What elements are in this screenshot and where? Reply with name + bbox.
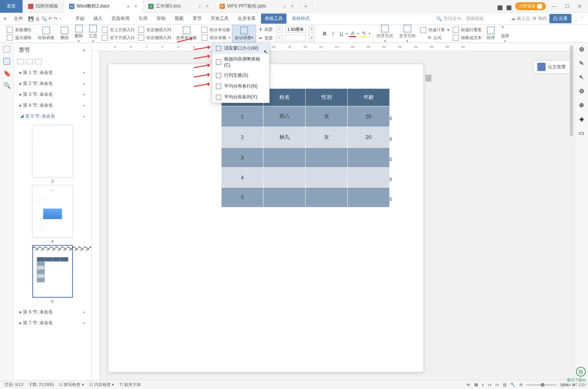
menu-review[interactable]: 审阅 bbox=[153, 14, 169, 24]
underline-button[interactable]: U bbox=[338, 30, 345, 37]
close-icon[interactable]: ✕ bbox=[291, 4, 294, 9]
share-button[interactable]: 凸 分享 bbox=[549, 14, 571, 23]
vertical-ruler[interactable] bbox=[92, 51, 100, 380]
section-item[interactable]: ▸ 第 7 节: 未命名▾ bbox=[14, 318, 91, 328]
content-table[interactable]: 姓名性别年龄 1郑八女202杨九女20345 bbox=[221, 88, 390, 207]
formula-button[interactable]: fx 公式 bbox=[428, 34, 442, 41]
table-cell[interactable]: 2 bbox=[222, 127, 264, 148]
table-cell[interactable] bbox=[264, 168, 306, 188]
close-button[interactable]: ✕ bbox=[575, 2, 584, 11]
collaborate-button[interactable]: ⚙ 协作 bbox=[532, 15, 547, 22]
menu-table-style[interactable]: 表格样式 bbox=[288, 14, 314, 24]
tool-icon-1[interactable]: ⚙ bbox=[579, 46, 584, 53]
table-header[interactable]: 年龄 bbox=[348, 89, 390, 106]
page-thumbnail[interactable]: ··· ······ ······ ······ bbox=[32, 125, 73, 177]
width-minus-button[interactable]: − bbox=[276, 35, 283, 41]
table-header[interactable]: 性别 bbox=[306, 89, 348, 106]
page-thumbnail[interactable]: ">">">">">">">">">">">">">">"> bbox=[32, 245, 73, 298]
view-mode-icon[interactable]: 👁 bbox=[466, 383, 470, 387]
table-cell[interactable] bbox=[348, 148, 390, 168]
tool-icon-4[interactable]: ⚙ bbox=[579, 88, 584, 95]
table-cell[interactable]: 20 bbox=[348, 106, 390, 127]
table-properties-button[interactable]: 表格属性 bbox=[7, 26, 32, 33]
table-cell[interactable]: 1 bbox=[222, 106, 264, 127]
tab-word-doc[interactable]: WWord教程2.docx●✕ bbox=[64, 0, 143, 13]
document-page[interactable]: 姓名性别年龄 1郑八女202杨九女20345 bbox=[108, 64, 424, 372]
zoom-slider[interactable] bbox=[526, 384, 556, 386]
split-table-button[interactable]: 拆分表格▾ bbox=[202, 34, 230, 41]
insert-col-left-button[interactable]: 在左侧插入列 bbox=[138, 26, 171, 33]
delete-button[interactable]: 删除▾ bbox=[72, 25, 86, 43]
sections-icon[interactable] bbox=[3, 58, 10, 65]
qat-redo-icon[interactable]: ↷ bbox=[54, 16, 57, 21]
table-cell[interactable]: 郑八 bbox=[264, 106, 306, 127]
table-cell[interactable]: 20 bbox=[348, 127, 390, 148]
table-row[interactable]: 1郑八女20 bbox=[222, 106, 390, 127]
layout-icon-2[interactable]: ≡ bbox=[482, 383, 484, 387]
layout-icon-5[interactable]: ▥ bbox=[503, 382, 507, 387]
tool-icon-6[interactable]: ◈ bbox=[579, 115, 584, 123]
layout-icon-1[interactable]: ▦ bbox=[474, 382, 478, 387]
qat-preview-icon[interactable]: 🔍 bbox=[41, 16, 47, 21]
sort-button[interactable]: 排序 bbox=[484, 27, 498, 41]
section-item[interactable]: ▸ 第 4 节: 未命名▾ bbox=[14, 100, 91, 111]
maximize-button[interactable]: ☐ bbox=[562, 2, 571, 11]
menu-file[interactable]: 文件 bbox=[10, 14, 27, 24]
dd-distribute-rows[interactable]: 平均分布各行(N) bbox=[212, 81, 269, 92]
summary-button[interactable]: 汇总▾ bbox=[86, 25, 100, 43]
menu-dev-tools[interactable]: 开发工具 bbox=[207, 14, 232, 24]
menu-view[interactable]: 视图 bbox=[171, 14, 187, 24]
table-cell[interactable]: 杨九 bbox=[264, 127, 306, 148]
nav-remove-icon[interactable] bbox=[26, 59, 33, 64]
command-search[interactable]: 🔍查找命令、搜索模板 bbox=[436, 15, 484, 22]
auto-fit-button[interactable]: 自动调整▾ bbox=[232, 25, 256, 42]
highlight-button[interactable]: ✎ bbox=[360, 30, 367, 37]
fast-calc-button[interactable]: 快速计算▾ bbox=[420, 26, 449, 34]
tab-home[interactable]: 首页 bbox=[0, 0, 23, 13]
qat-undo-icon[interactable]: ↶ bbox=[48, 16, 52, 21]
scrollbar-thumb[interactable] bbox=[570, 46, 573, 136]
dd-distribute-cols[interactable]: 平均分布各列(Y) bbox=[212, 92, 269, 103]
table-row[interactable]: 2杨九女20 bbox=[222, 127, 390, 148]
layout-icon-3[interactable]: ▭ bbox=[488, 382, 492, 387]
to-text-button[interactable]: 转换成文本 bbox=[453, 34, 482, 41]
table-cell[interactable] bbox=[348, 188, 390, 207]
bold-button[interactable]: B bbox=[321, 30, 328, 37]
menu-insert[interactable]: 插入 bbox=[90, 14, 106, 24]
select-button[interactable]: ↖选择▾ bbox=[498, 25, 512, 43]
nav-add-icon[interactable] bbox=[17, 59, 24, 64]
grid-icon[interactable]: ▦ bbox=[497, 4, 502, 9]
table-cell[interactable]: 5 bbox=[222, 188, 264, 207]
tool-icon-3[interactable]: ↖ bbox=[579, 74, 584, 81]
repeat-header-button[interactable]: 标题行重复 bbox=[453, 26, 482, 33]
insert-col-right-button[interactable]: 在右侧插入列 bbox=[138, 34, 171, 41]
content-check-button[interactable]: ☑ 内容检查 ▾ bbox=[89, 382, 114, 387]
draw-table-button[interactable]: 绘制表格 bbox=[35, 27, 57, 41]
height-input[interactable] bbox=[285, 26, 306, 33]
tab-spreadsheet[interactable]: S工作簿3.xlsx●✕ bbox=[143, 0, 214, 13]
wrench-icon[interactable]: 🔧 bbox=[510, 382, 516, 387]
dd-fit-window[interactable]: 适应窗口大小(W) bbox=[212, 43, 269, 54]
split-cells-button[interactable]: 拆分单元格 bbox=[201, 26, 230, 33]
table-cell[interactable] bbox=[348, 168, 390, 188]
section-item[interactable]: ▸ 第 6 节: 未命名▾ bbox=[14, 307, 91, 318]
plagiarism-check-button[interactable]: 论文查重 bbox=[533, 60, 570, 74]
menu-member[interactable]: 会员专享 bbox=[234, 14, 259, 24]
table-row[interactable]: 4 bbox=[222, 168, 390, 188]
layout-icon-4[interactable]: ▭ bbox=[495, 382, 499, 387]
nav-more-icon[interactable] bbox=[35, 59, 42, 64]
cloud-status[interactable]: ☁ 未上云 bbox=[511, 15, 530, 22]
menu-table-tools[interactable]: 表格工具 bbox=[261, 14, 286, 24]
table-cell[interactable]: 女 bbox=[306, 106, 348, 127]
table-cell[interactable]: 3 bbox=[222, 148, 264, 168]
section-item[interactable]: ▸ 第 3 节: 未命名▾ bbox=[14, 89, 91, 100]
qat-save-icon[interactable]: 💾 bbox=[28, 16, 34, 21]
eraser-button[interactable]: 擦除 bbox=[57, 27, 72, 41]
show-dashed-button[interactable]: 显示虚框 bbox=[7, 34, 32, 41]
new-tab-button[interactable]: + bbox=[300, 0, 312, 13]
height-plus-button[interactable]: + bbox=[308, 26, 315, 33]
italic-button[interactable]: I bbox=[330, 30, 336, 37]
horizontal-ruler[interactable]: 642246810121416182022242628303234363840 bbox=[92, 43, 574, 51]
table-row[interactable]: 5 bbox=[222, 188, 390, 207]
vertical-scrollbar[interactable] bbox=[569, 44, 574, 307]
